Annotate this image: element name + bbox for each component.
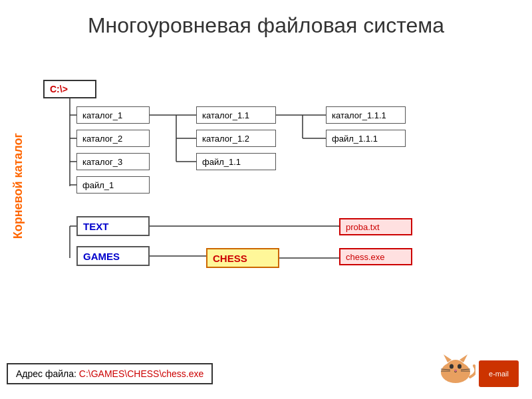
address-bar: Адрес файла: C:\GAMES\CHESS\chess.exe <box>7 363 213 384</box>
sidebar-label: Корневой каталог <box>8 120 28 253</box>
svg-point-26 <box>454 369 457 371</box>
box-chess-exe: chess.exe <box>339 248 412 265</box>
svg-point-24 <box>450 364 454 368</box>
box-file-11: файл_1.1 <box>196 153 276 170</box>
root-box: C:\> <box>43 80 96 98</box>
box-catalog-12: каталог_1.2 <box>196 130 276 147</box>
connection-lines <box>0 80 532 392</box>
cat-icon <box>432 347 479 387</box>
address-label: Адрес файла: <box>16 368 79 379</box>
box-file-111: файл_1.1.1 <box>326 130 406 147</box>
box-catalog-11: каталог_1.1 <box>196 106 276 124</box>
box-catalog-1: каталог_1 <box>76 106 150 124</box>
box-catalog-2: каталог_2 <box>76 130 150 147</box>
svg-point-25 <box>458 364 462 368</box>
box-catalog-3: каталог_3 <box>76 153 150 170</box>
box-proba-txt: proba.txt <box>339 218 412 235</box>
email-badge: e-mail <box>479 360 519 387</box>
svg-point-21 <box>446 360 465 376</box>
address-path: C:\GAMES\CHESS\chess.exe <box>79 368 204 379</box>
page-title: Многоуровневая файловая система <box>0 0 532 47</box>
box-file-1: файл_1 <box>76 176 150 194</box>
box-chess: CHESS <box>206 248 279 268</box>
box-catalog-111: каталог_1.1.1 <box>326 106 406 124</box>
diagram-area: C:\> Корневой каталог каталог_1 каталог_… <box>0 80 532 392</box>
box-games: GAMES <box>76 246 150 266</box>
box-text: TEXT <box>76 216 150 236</box>
